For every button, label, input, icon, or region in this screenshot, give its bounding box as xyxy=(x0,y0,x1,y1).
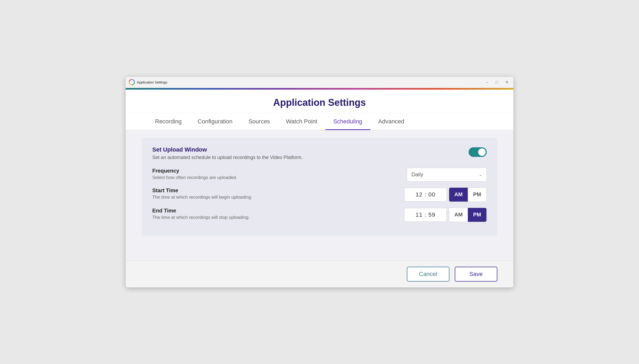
main-content: Set Upload Window Set an automated sched… xyxy=(126,130,513,261)
tab-recording[interactable]: Recording xyxy=(147,113,190,130)
tab-bar: Recording Configuration Sources Watch Po… xyxy=(126,113,513,130)
end-time-ampm: AM PM xyxy=(449,208,487,222)
start-time-label: Start Time xyxy=(152,187,252,194)
frequency-dropdown[interactable]: Daily ⌄ xyxy=(407,168,487,182)
end-time-label-group: End Time The time at which recordings wi… xyxy=(152,208,250,220)
start-time-label-group: Start Time The time at which recordings … xyxy=(152,187,252,200)
app-window: Application Settings – □ ✕ Application S… xyxy=(126,77,513,287)
end-time-input[interactable]: 11 : 59 xyxy=(404,208,447,222)
title-bar-text: Application Settings xyxy=(137,80,485,84)
start-time-am-button[interactable]: AM xyxy=(449,188,468,202)
toggle-thumb xyxy=(478,148,486,156)
frequency-value: Daily xyxy=(411,171,423,178)
tab-watchpoint[interactable]: Watch Point xyxy=(278,113,325,130)
header: Application Settings xyxy=(126,90,513,113)
footer: Cancel Save xyxy=(126,261,513,287)
frequency-control: Daily ⌄ xyxy=(407,168,487,182)
upload-window-title: Set Upload Window xyxy=(152,146,303,153)
end-time-pm-button[interactable]: PM xyxy=(468,208,486,222)
tab-scheduling[interactable]: Scheduling xyxy=(325,113,370,130)
start-time-control: 12 : 00 AM PM xyxy=(404,187,487,202)
cancel-button[interactable]: Cancel xyxy=(407,267,449,282)
upload-window-toggle[interactable] xyxy=(469,147,487,157)
tab-advanced[interactable]: Advanced xyxy=(370,113,412,130)
app-logo xyxy=(129,79,135,85)
close-button[interactable]: ✕ xyxy=(504,80,510,85)
frequency-desc: Select how often recordings are uploaded… xyxy=(152,175,237,180)
end-time-desc: The time at which recordings will stop u… xyxy=(152,215,250,220)
title-bar-controls: – □ ✕ xyxy=(485,80,510,85)
end-time-am-button[interactable]: AM xyxy=(449,208,468,222)
start-time-ampm: AM PM xyxy=(449,187,487,202)
tab-sources[interactable]: Sources xyxy=(240,113,278,130)
upload-window-desc: Set an automated schedule to upload reco… xyxy=(152,155,303,160)
tab-configuration[interactable]: Configuration xyxy=(190,113,240,130)
maximize-button[interactable]: □ xyxy=(494,80,499,85)
end-time-control: 11 : 59 AM PM xyxy=(404,208,487,222)
start-time-desc: The time at which recordings will begin … xyxy=(152,195,252,200)
title-bar: Application Settings – □ ✕ xyxy=(126,77,513,88)
end-time-row: End Time The time at which recordings wi… xyxy=(152,208,487,222)
save-button[interactable]: Save xyxy=(455,267,497,282)
upload-window-text: Set Upload Window Set an automated sched… xyxy=(152,146,303,160)
frequency-label: Frequency xyxy=(152,168,237,174)
start-time-row: Start Time The time at which recordings … xyxy=(152,187,487,202)
minimize-button[interactable]: – xyxy=(485,80,490,85)
frequency-label-group: Frequency Select how often recordings ar… xyxy=(152,168,237,180)
settings-card: Set Upload Window Set an automated sched… xyxy=(142,138,497,236)
page-title: Application Settings xyxy=(126,97,513,108)
chevron-down-icon: ⌄ xyxy=(479,173,482,177)
start-time-input[interactable]: 12 : 00 xyxy=(404,188,447,202)
end-time-label: End Time xyxy=(152,208,250,214)
start-time-pm-button[interactable]: PM xyxy=(468,188,486,202)
toggle-track xyxy=(469,147,487,157)
frequency-row: Frequency Select how often recordings ar… xyxy=(152,168,487,182)
upload-window-section: Set Upload Window Set an automated sched… xyxy=(152,146,487,160)
